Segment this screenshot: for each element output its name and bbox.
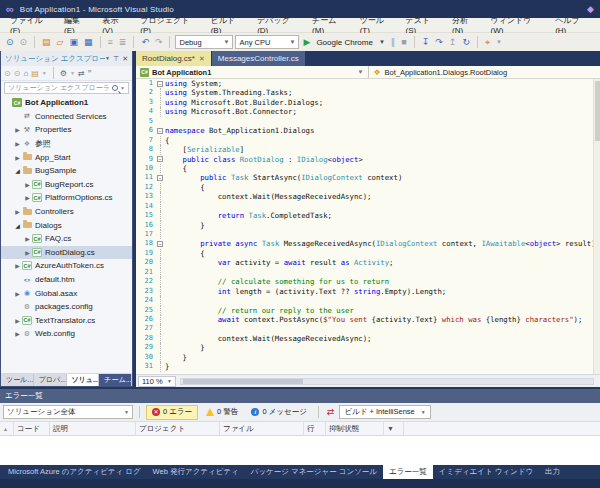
solution-search-input[interactable]: ソリューション エクスプローラー の検... ▼ — [4, 82, 129, 94]
zoom-dropdown[interactable]: 110 % ▼ — [138, 376, 176, 387]
collapse-box-icon[interactable]: − — [157, 241, 163, 247]
document-tab-rootdialog-cs[interactable]: RootDialog.cs*✕ — [136, 51, 211, 66]
vertical-scrollbar[interactable] — [593, 79, 600, 374]
tree-item-default-htm[interactable]: <>default.htm — [1, 273, 132, 287]
tree-item-web-config[interactable]: ▶⚙Web.config — [1, 327, 132, 341]
tool-tab-プロパ[interactable]: プロパ... — [34, 374, 67, 386]
feedback-icon[interactable]: ◆ — [587, 4, 594, 14]
column-header-4[interactable]: ファイル — [220, 422, 304, 435]
tree-item-connected-services[interactable]: ⇄Connected Services — [1, 110, 132, 124]
collapse-box-icon[interactable]: − — [157, 156, 163, 162]
tree-item-controllers[interactable]: ▶Controllers — [1, 205, 132, 219]
panel-tab-Microsoft-Azure-のアクティビティ-ログ[interactable]: Microsoft Azure のアクティビティ ログ — [2, 465, 147, 479]
fold-margin[interactable]: − — [156, 79, 165, 88]
toolbar-overflow-icon[interactable]: ▼ — [494, 34, 504, 50]
menu-item-4[interactable]: プロジェクト(P) — [134, 15, 204, 35]
fold-margin[interactable]: − — [156, 155, 165, 164]
step-into-icon[interactable]: ↧ — [420, 34, 432, 50]
tree-expand-icon[interactable]: ▶ — [13, 290, 22, 297]
menu-item-10[interactable]: 分析(N) — [446, 15, 485, 35]
warnings-filter-button[interactable]: 0 警告 — [201, 405, 243, 420]
uncomment-icon[interactable]: ≣ — [117, 34, 129, 50]
tree-expand-icon[interactable]: ◢ — [13, 222, 22, 229]
menu-item-12[interactable]: ヘルプ(H) — [549, 15, 596, 35]
column-header-2[interactable]: 説明 — [50, 422, 136, 435]
redo-icon[interactable]: ↷ — [153, 34, 165, 50]
tree-expand-icon[interactable]: ▶ — [13, 154, 22, 161]
tree-item-bot-application1[interactable]: C#Bot Application1 — [1, 96, 132, 110]
close-tab-icon[interactable]: ✕ — [199, 55, 205, 63]
fold-margin[interactable]: − — [156, 239, 165, 248]
tree-expand-icon[interactable]: ▶ — [23, 194, 32, 201]
panel-tab-パッケージ-マネージャー-コンソール[interactable]: パッケージ マネージャー コンソール — [245, 465, 383, 479]
menu-item-1[interactable]: ファイル(F) — [4, 15, 58, 35]
tool-tab-ツル[interactable]: ツール... — [1, 374, 34, 386]
panel-tab-Web-発行アクティビティ[interactable]: Web 発行アクティビティ — [147, 465, 245, 479]
forward-icon[interactable]: ⊙ — [14, 69, 21, 78]
collapse-box-icon[interactable]: − — [157, 175, 163, 181]
chevron-down-icon[interactable]: ▼ — [70, 70, 75, 76]
column-header-5[interactable]: 行 — [304, 422, 326, 435]
close-icon[interactable]: ✕ — [122, 55, 128, 63]
column-header-6[interactable]: 抑制状態 — [326, 422, 384, 435]
sync-active-doc-icon[interactable]: ⇄ — [78, 69, 85, 78]
fold-margin[interactable]: − — [156, 126, 165, 135]
run-target-label[interactable]: Google Chrome — [316, 38, 372, 47]
tree-item-packages-config[interactable]: ⚙packages.config — [1, 300, 132, 314]
navigate-back-icon[interactable]: ⊙ — [4, 34, 16, 50]
run-target-chevron-icon[interactable]: ▼ — [377, 34, 387, 50]
tree-expand-icon[interactable]: ▶ — [13, 317, 22, 324]
menu-item-9[interactable]: テスト(S) — [400, 15, 446, 35]
column-header-1[interactable]: コード — [14, 422, 50, 435]
code-editor[interactable]: 1−using System;2using System.Threading.T… — [136, 79, 600, 374]
error-scope-dropdown[interactable]: ソリューション全体 ▼ — [3, 405, 133, 419]
tool-tab-チム[interactable]: チーム... — [99, 374, 132, 386]
clear-filters-icon[interactable]: ⇄ — [325, 407, 337, 417]
collapse-box-icon[interactable]: − — [157, 81, 163, 87]
tree-item-properties[interactable]: ▶⚒Properties — [1, 123, 132, 137]
undo-icon[interactable]: ↶ — [139, 34, 151, 50]
column-header-3[interactable]: プロジェクト — [136, 422, 220, 435]
tool-tab-ソリュ[interactable]: ソリュ... — [67, 374, 100, 386]
refresh-icon[interactable]: ↻ — [460, 34, 472, 50]
severity-sort-column[interactable]: ▲ — [0, 422, 14, 435]
tree-item-bugreport-cs[interactable]: ▶C#BugReport.cs — [1, 178, 132, 192]
menu-item-8[interactable]: ツール(T) — [354, 15, 400, 35]
tree-item-app-start[interactable]: ▶App_Start — [1, 150, 132, 164]
error-source-dropdown[interactable]: ビルド + IntelliSense ▼ — [339, 405, 430, 419]
platform-dropdown[interactable]: Any CPU ▼ — [235, 35, 299, 49]
tree-expand-icon[interactable]: ▶ — [13, 140, 22, 147]
scrollbar-thumb[interactable] — [183, 379, 303, 384]
start-debug-icon[interactable]: ▶ — [301, 34, 312, 50]
chevron-down-icon[interactable]: ▼ — [42, 70, 47, 76]
save-icon[interactable]: ▣ — [68, 34, 81, 50]
panel-tab-出力[interactable]: 出力 — [539, 465, 566, 479]
menu-item-2[interactable]: 編集(E) — [58, 15, 96, 35]
tree-expand-icon[interactable]: ◢ — [13, 167, 22, 174]
comment-icon[interactable]: ≡ — [106, 34, 115, 50]
fold-margin[interactable]: − — [156, 173, 165, 182]
find-icon[interactable]: ⌖ — [483, 34, 492, 50]
tree-expand-icon[interactable]: ▶ — [23, 235, 32, 242]
tree-item-faq-cs[interactable]: ▶C#FAQ.cs — [1, 232, 132, 246]
error-list-titlebar[interactable]: エラー一覧 — [0, 389, 600, 403]
step-over-icon[interactable]: ↷ — [433, 34, 445, 50]
menu-item-5[interactable]: ビルド(B) — [205, 15, 251, 35]
messages-filter-button[interactable]: i 0 メッセージ — [246, 405, 311, 420]
tree-item-dialogs[interactable]: ◢Dialogs — [1, 218, 132, 232]
menu-item-3[interactable]: 表示(V) — [96, 15, 134, 35]
menu-item-6[interactable]: デバッグ(D) — [251, 15, 306, 35]
tree-expand-icon[interactable]: ▶ — [13, 262, 22, 269]
tree-item-texttranslator-cs[interactable]: ▶C#TextTranslator.cs — [1, 314, 132, 328]
chevron-down-icon[interactable]: ▼ — [120, 85, 125, 91]
pending-filter-icon[interactable]: ⚙ — [60, 69, 67, 78]
new-file-icon[interactable]: ▤ — [40, 34, 53, 50]
tree-expand-icon[interactable]: ▶ — [23, 249, 32, 256]
tree-item-global-asax[interactable]: ▶◉Global.asax — [1, 286, 132, 300]
menu-item-7[interactable]: チーム(M) — [306, 15, 354, 35]
back-icon[interactable]: ⊙ — [4, 69, 11, 78]
tree-item-azureauthtoken-cs[interactable]: ▶C#AzureAuthToken.cs — [1, 259, 132, 273]
open-file-icon[interactable]: ▱ — [55, 34, 66, 50]
save-all-icon[interactable]: ▦ — [82, 34, 95, 50]
panel-tab-イミディエイト-ウィンドウ[interactable]: イミディエイト ウィンドウ — [433, 465, 539, 479]
